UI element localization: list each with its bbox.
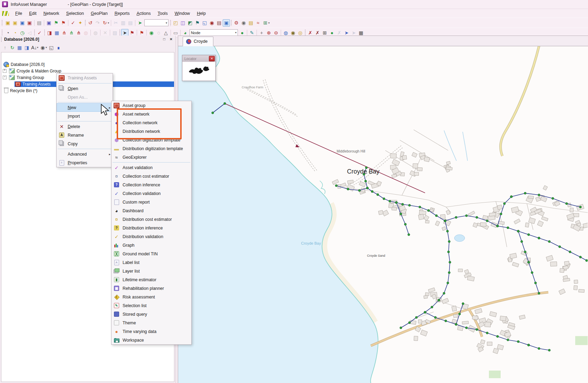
history-button[interactable]: ◔ xyxy=(4,29,11,36)
merge-link-button[interactable]: ⋔ xyxy=(68,29,75,36)
menu-item-distribution-digitization-template[interactable]: ▬Distribution digitization template xyxy=(112,144,191,153)
expand-toggle[interactable]: + xyxy=(3,69,7,73)
menu-item-theme[interactable]: Theme xyxy=(112,318,191,327)
zoom-extents-button[interactable]: ◍ xyxy=(282,29,289,36)
menu-item-advanced[interactable]: Advanced▸ xyxy=(57,150,113,158)
menu-item-collection-inference[interactable]: ?Collection inference xyxy=(112,180,191,189)
table-view-button[interactable]: ▦ xyxy=(53,29,60,36)
measure-button[interactable]: ▭ xyxy=(172,29,179,36)
menu-tools[interactable]: Tools xyxy=(154,10,171,17)
menu-item-delete[interactable]: ✕Delete xyxy=(57,122,113,131)
refresh-button[interactable]: ↻ xyxy=(9,44,16,51)
grid-options-button[interactable]: ⊞ xyxy=(262,19,269,27)
paste-button[interactable]: ▤ xyxy=(127,19,134,27)
theme-pie-button[interactable]: ◕ xyxy=(182,29,189,36)
find-dropdown[interactable]: ▾ xyxy=(46,46,47,49)
menu-actions[interactable]: Actions xyxy=(133,10,154,17)
add-node-button[interactable]: ● xyxy=(239,29,246,36)
flag-window-button[interactable]: ⚑ xyxy=(194,19,201,27)
clear-trace-button[interactable]: ✗ xyxy=(336,29,343,36)
redo-button[interactable]: ↷ xyxy=(94,19,101,27)
panel-close-button[interactable]: ✕ xyxy=(168,37,174,42)
validate-network-button[interactable]: ✓ xyxy=(36,29,43,36)
menu-help[interactable]: Help xyxy=(193,10,209,17)
overlay-window-button[interactable]: ◱ xyxy=(201,19,208,27)
menu-item-lifetime-estimator[interactable]: ▮Lifetime estimator xyxy=(112,275,191,284)
select-polygon-button[interactable]: △ xyxy=(162,29,170,36)
menu-item-label-list[interactable]: ALabel list xyxy=(112,258,191,267)
open-object-button[interactable]: ▣ xyxy=(11,19,19,27)
menu-item-asset-network[interactable]: ⬢Asset network xyxy=(112,110,191,118)
commit-flag-button[interactable]: ⚑ xyxy=(52,19,60,27)
find-button[interactable]: ◉ xyxy=(39,44,46,51)
pointer-tool-button[interactable]: ➤ xyxy=(121,29,128,36)
locate-button[interactable]: ◉ xyxy=(289,29,297,36)
menu-item-asset-group[interactable]: Asset group xyxy=(112,101,191,110)
print-map-button[interactable]: ▤ xyxy=(247,19,254,27)
properties-window-button[interactable]: ▤ xyxy=(215,19,223,27)
split-window-button[interactable]: ◫ xyxy=(179,19,186,27)
toolbar-grip[interactable] xyxy=(1,20,3,26)
delete-selection-button[interactable]: ✕ xyxy=(102,29,109,36)
run-forward-button[interactable]: ➤ xyxy=(343,29,350,36)
search-button[interactable]: ◉ xyxy=(240,19,247,27)
split-link-button[interactable]: ⋔ xyxy=(60,29,68,36)
highlight-button[interactable]: ◎ xyxy=(297,29,304,36)
audio-button[interactable]: ◁ xyxy=(26,29,33,36)
paste-special-button[interactable]: ▧ xyxy=(111,29,118,36)
move-up-button[interactable]: ↑ xyxy=(1,44,9,51)
menu-selection[interactable]: Selection xyxy=(63,10,87,17)
network-links-button[interactable]: ∎ xyxy=(55,44,62,51)
menu-item-collection-network[interactable]: ●Collection network xyxy=(112,118,191,127)
zoom-in-button[interactable]: ⊕ xyxy=(265,29,272,36)
menu-geoplan[interactable]: GeoPlan xyxy=(87,10,111,17)
menu-item-open[interactable]: Open xyxy=(57,84,113,93)
tab-croyde[interactable]: Croyde xyxy=(183,37,213,46)
permissions-key-button[interactable]: ✦ xyxy=(77,19,84,27)
print-button[interactable]: ▤ xyxy=(36,19,43,27)
open-in-geoplan-button[interactable]: ◨ xyxy=(23,44,30,51)
commit-object-button[interactable]: ▣ xyxy=(19,19,26,27)
menu-item-layer-list[interactable]: Layer list xyxy=(112,267,191,275)
digitize-button[interactable]: ✎ xyxy=(248,29,256,36)
tree-item-database-2026-0[interactable]: Database [2026.0] xyxy=(1,61,174,68)
locator-close-button[interactable]: ✕ xyxy=(209,56,215,61)
menu-file[interactable]: File xyxy=(12,10,26,17)
grid-window-button[interactable]: ⊞ xyxy=(321,29,328,36)
sort-dropdown[interactable]: ▾ xyxy=(37,46,38,49)
node-tool-disabled-button[interactable]: ◍ xyxy=(82,29,89,36)
menu-window[interactable]: Window xyxy=(171,10,193,17)
locator-window[interactable]: Locator ✕ xyxy=(182,55,216,81)
menu-item-copy[interactable]: Copy xyxy=(57,139,113,148)
sphere-view-button[interactable]: ● xyxy=(328,29,336,36)
toolbar-grip[interactable] xyxy=(1,30,3,36)
menu-item-workspace[interactable]: Workspace xyxy=(112,336,191,344)
menu-item-distribution-inference[interactable]: ?Distribution inference xyxy=(112,224,191,232)
menu-item-stored-query[interactable]: Stored query xyxy=(112,310,191,318)
menu-item-new[interactable]: New▸ xyxy=(57,103,113,112)
menu-item-rehabilitation-planner[interactable]: ▣Rehabilitation planner xyxy=(112,284,191,293)
menu-item-properties[interactable]: ≡Properties xyxy=(57,158,113,167)
flag-delete-button[interactable]: ⚑ xyxy=(138,29,145,36)
redo-list-dropdown[interactable]: ▾ xyxy=(108,21,109,24)
tools-button[interactable]: ⚙ xyxy=(233,19,240,27)
redo-list-button[interactable]: ↻ xyxy=(101,19,108,27)
refresh-theme-button[interactable]: ≈ xyxy=(254,19,262,27)
layer-list-window-button[interactable]: ◩ xyxy=(186,19,194,27)
menu-network[interactable]: Network xyxy=(40,10,63,17)
trace-downstream-button[interactable]: ✗ xyxy=(314,29,321,36)
menu-item-rename[interactable]: ARename xyxy=(57,131,113,139)
flag-select-button[interactable]: ⚑ xyxy=(128,29,136,36)
find-object-button[interactable]: ◉ xyxy=(208,19,215,27)
timer-button[interactable]: ◷ xyxy=(19,29,26,36)
menu-item-ground-model-tin[interactable]: ╳Ground model TIN xyxy=(112,249,191,258)
trace-upstream-button[interactable]: ✗ xyxy=(307,29,314,36)
new-db-window-button[interactable]: ◱ xyxy=(48,44,55,51)
run-step-button[interactable]: ➤ xyxy=(350,29,357,36)
select-lasso-button[interactable]: ◌ xyxy=(155,29,162,36)
map-canvas[interactable]: Croydhoe FarmMiddleborough HillCroyde Ba… xyxy=(178,46,588,383)
panel-float-button[interactable]: □ xyxy=(162,37,167,42)
menu-item-graph[interactable]: Graph xyxy=(112,241,191,249)
open-in-grid-button[interactable]: ▦ xyxy=(16,44,23,51)
menu-reports[interactable]: Reports xyxy=(111,10,133,17)
